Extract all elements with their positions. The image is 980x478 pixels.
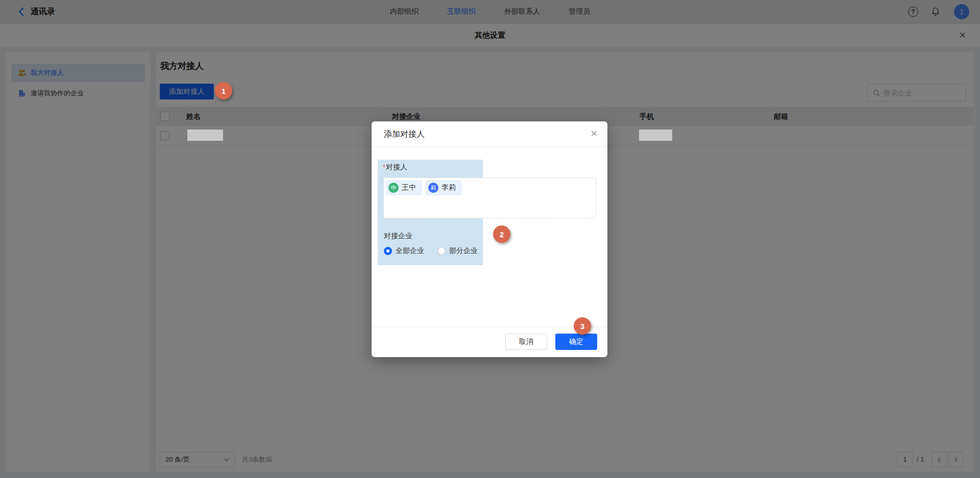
contact-picker-field[interactable]: 中 王中 莉 李莉 bbox=[383, 178, 596, 218]
dialog-footer: 取消 确定 bbox=[372, 326, 607, 357]
tutorial-step-3-badge: 3 bbox=[574, 317, 591, 335]
required-asterisk: * bbox=[383, 163, 385, 171]
contact-avatar: 中 bbox=[388, 183, 399, 193]
confirm-button[interactable]: 确定 bbox=[555, 334, 597, 350]
contact-field-label: *对接人 bbox=[383, 163, 407, 172]
contact-tag[interactable]: 中 王中 bbox=[386, 180, 422, 195]
redacted-phone-block bbox=[639, 130, 672, 141]
contact-name: 王中 bbox=[402, 183, 416, 192]
tutorial-step-2-badge: 2 bbox=[493, 225, 510, 243]
dialog-header: 添加对接人 × bbox=[372, 121, 607, 147]
radio-label: 全部企业 bbox=[396, 246, 424, 256]
dialog-title: 添加对接人 bbox=[384, 129, 425, 140]
contact-tag[interactable]: 莉 李莉 bbox=[426, 180, 462, 195]
company-field-label: 对接企业 bbox=[384, 232, 412, 241]
dialog-close-icon[interactable]: × bbox=[591, 127, 597, 141]
cancel-button[interactable]: 取消 bbox=[505, 334, 547, 350]
add-contact-dialog: 添加对接人 × *对接人 中 王中 莉 李莉 对接企业 全部企业 部分企业 取消… bbox=[372, 121, 607, 357]
radio-selected-icon bbox=[384, 247, 392, 255]
contact-avatar: 莉 bbox=[428, 183, 438, 193]
radio-all-companies[interactable]: 全部企业 bbox=[384, 246, 424, 256]
tutorial-step-1-badge: 1 bbox=[215, 82, 232, 99]
radio-unselected-icon bbox=[437, 247, 446, 255]
company-scope-radio-group: 全部企业 部分企业 bbox=[384, 246, 478, 256]
radio-partial-companies[interactable]: 部分企业 bbox=[437, 246, 478, 256]
contact-name: 李莉 bbox=[442, 183, 456, 192]
radio-label: 部分企业 bbox=[449, 246, 478, 256]
redacted-name-block bbox=[187, 130, 223, 141]
